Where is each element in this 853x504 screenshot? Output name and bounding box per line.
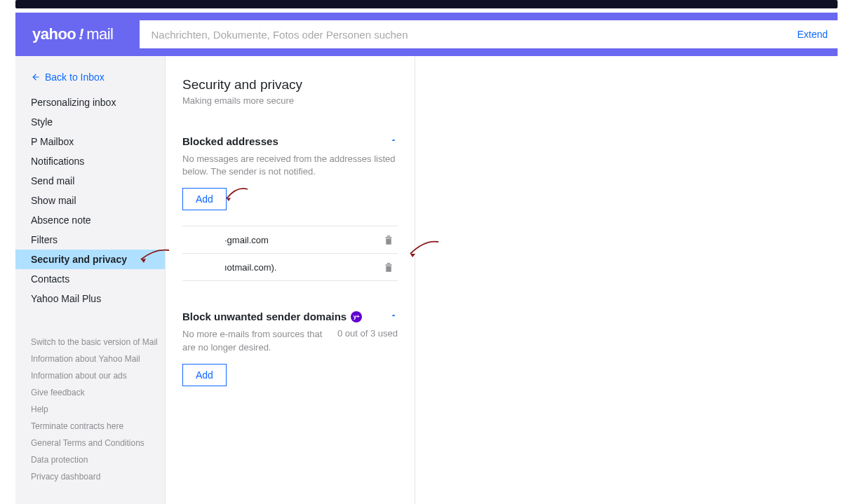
arrow-left-icon xyxy=(31,72,41,82)
sidebar: Back to Inbox Personalizing inboxStyleP … xyxy=(15,56,166,504)
block-domains-section: Block unwanted sender domains y+ No more… xyxy=(182,311,398,386)
blocked-address: ·gmail.com xyxy=(185,235,269,245)
logo-text-a: yahoo xyxy=(32,25,76,43)
secondary-link[interactable]: Information about our ads xyxy=(31,367,165,384)
main: Security and privacy Making emails more … xyxy=(166,56,838,504)
blocked-heading: Blocked addresses xyxy=(182,135,278,147)
header: yahoo!mail Extend xyxy=(15,13,838,56)
chevron-up-icon[interactable] xyxy=(389,311,398,322)
annotation-arrow-add xyxy=(223,186,251,207)
blocked-address: ıotmail.com). xyxy=(185,262,276,273)
blocked-row: ıotmail.com). xyxy=(182,254,398,281)
top-strip xyxy=(15,0,838,8)
secondary-link[interactable]: Help xyxy=(31,401,165,418)
sidebar-item[interactable]: Personalizing inbox xyxy=(15,93,165,112)
settings-panel: Security and privacy Making emails more … xyxy=(166,56,415,504)
secondary-links: Switch to the basic version of MailInfor… xyxy=(15,334,165,485)
empty-detail-pane xyxy=(415,56,838,504)
sidebar-item[interactable]: Yahoo Mail Plus xyxy=(15,289,165,308)
logo-exclaim: ! xyxy=(79,25,83,43)
domains-heading-text: Block unwanted sender domains xyxy=(182,311,347,322)
sidebar-item[interactable]: Send mail xyxy=(15,171,165,191)
blocked-addresses-section: Blocked addresses No messages are receiv… xyxy=(182,135,398,281)
blocked-desc: No messages are received from the addres… xyxy=(182,153,398,178)
secondary-link[interactable]: Switch to the basic version of Mail xyxy=(31,334,165,350)
sidebar-item[interactable]: Style xyxy=(15,112,165,132)
sidebar-item[interactable]: Absence note xyxy=(15,210,165,230)
sidebar-item[interactable]: Security and privacy xyxy=(15,250,165,269)
content: Back to Inbox Personalizing inboxStyleP … xyxy=(15,56,838,504)
add-domain-button[interactable]: Add xyxy=(182,364,227,386)
search-input[interactable] xyxy=(140,20,838,48)
extend-link[interactable]: Extend xyxy=(797,29,828,40)
secondary-link[interactable]: Give feedback xyxy=(31,384,165,401)
page-title: Security and privacy xyxy=(182,77,398,93)
domains-desc: No more e-mails from sources that are no… xyxy=(182,328,330,353)
secondary-link[interactable]: Privacy dashboard xyxy=(31,468,165,485)
secondary-link[interactable]: General Terms and Conditions xyxy=(31,435,165,451)
sidebar-item[interactable]: Filters xyxy=(15,230,165,250)
trash-icon[interactable] xyxy=(382,261,395,273)
add-blocked-button[interactable]: Add xyxy=(182,188,227,210)
trash-icon[interactable] xyxy=(382,233,395,246)
back-label: Back to Inbox xyxy=(45,71,105,83)
sidebar-item[interactable]: Contacts xyxy=(15,269,165,289)
logo-text-mail: mail xyxy=(86,25,113,43)
blocked-row: ·gmail.com xyxy=(182,226,398,254)
domains-heading: Block unwanted sender domains y+ xyxy=(182,311,362,322)
domains-usage: 0 out of 3 used xyxy=(330,328,398,339)
sidebar-item[interactable]: P Mailbox xyxy=(15,132,165,151)
back-to-inbox[interactable]: Back to Inbox xyxy=(15,67,165,93)
secondary-link[interactable]: Data protection xyxy=(31,451,165,468)
blocked-list: ·gmail.comıotmail.com). xyxy=(182,226,398,281)
secondary-link[interactable]: Terminate contracts here xyxy=(31,418,165,435)
logo[interactable]: yahoo!mail xyxy=(32,25,113,43)
chevron-up-icon[interactable] xyxy=(389,136,398,147)
nav-list: Personalizing inboxStyleP MailboxNotific… xyxy=(15,93,165,308)
secondary-link[interactable]: Information about Yahoo Mail xyxy=(31,350,165,367)
sidebar-item[interactable]: Show mail xyxy=(15,191,165,210)
yahoo-plus-badge: y+ xyxy=(351,311,362,322)
sidebar-item[interactable]: Notifications xyxy=(15,151,165,171)
search-wrap: Extend xyxy=(140,20,838,48)
page-subtitle: Making emails more secure xyxy=(182,95,398,106)
